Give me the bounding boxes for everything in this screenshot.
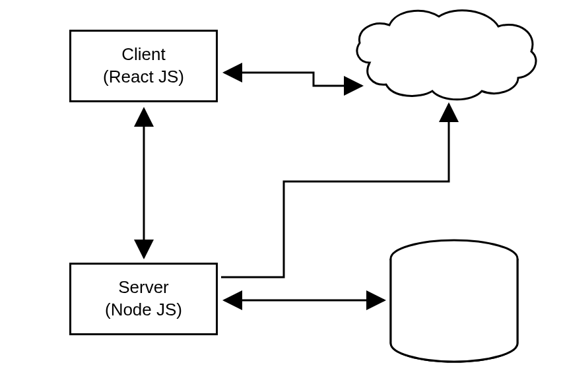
internet-label: Internet <box>416 42 474 63</box>
client-label-line2: (React JS) <box>103 66 184 88</box>
client-label-line1: Client <box>121 44 165 66</box>
database-label: Database (MongoDB) <box>401 287 507 332</box>
database-label-line2: (MongoDB) <box>401 310 507 332</box>
arrow-server-internet <box>221 104 449 277</box>
svg-point-2 <box>391 240 517 277</box>
server-label-line2: (Node JS) <box>105 299 182 321</box>
server-node: Server (Node JS) <box>69 263 218 335</box>
arrow-client-internet <box>224 73 362 86</box>
database-label-line1: Database <box>401 287 507 310</box>
server-label-line1: Server <box>118 277 169 299</box>
client-node: Client (React JS) <box>69 30 218 102</box>
